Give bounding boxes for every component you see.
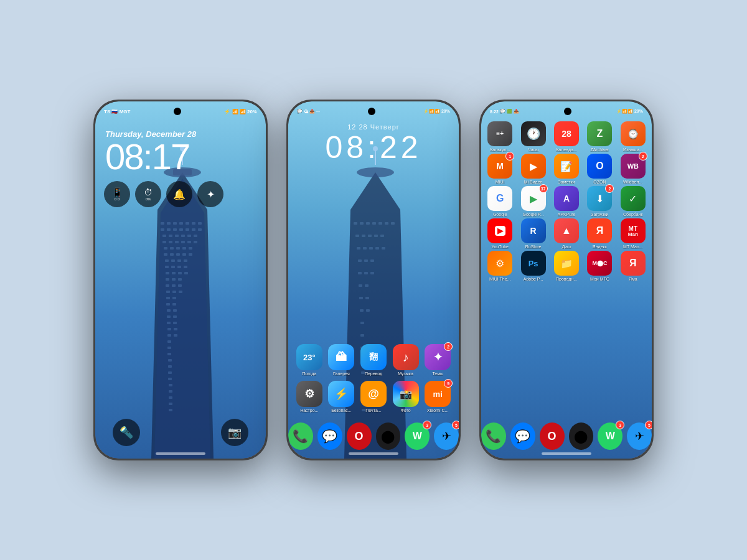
dock-whatsapp[interactable]: W 3	[405, 422, 430, 450]
svg-rect-112	[370, 272, 374, 274]
app3-rustore[interactable]: R RuStore	[517, 218, 548, 249]
dock3-opera[interactable]: O	[540, 422, 565, 450]
dock3-telegram[interactable]: ✈ 5	[627, 422, 652, 450]
dock-camera[interactable]: ⬤	[376, 422, 401, 450]
svg-rect-101	[380, 235, 384, 237]
app3-calc[interactable]: ≡+ Калькул...	[484, 121, 515, 152]
phone2-status-right: ⚡📶📶 20%	[423, 109, 450, 114]
dock-opera[interactable]: O	[347, 422, 372, 450]
phone1-statusbar: TS 🇷🇺 MGT ⚡ 📶 📶 20%	[95, 101, 266, 119]
phone2-app-row2: ⚙ Настро... ⚡ Безопас... @ Почта... 📸 Фо…	[288, 378, 459, 415]
svg-rect-110	[358, 272, 362, 274]
app3-ozon[interactable]: O OZON	[584, 154, 615, 184]
app3-downloads[interactable]: ⬇ 2 Загрузки	[584, 186, 615, 217]
dock3-camera[interactable]: ⬤	[569, 422, 594, 450]
app-weather[interactable]: 23° Погода	[294, 344, 324, 376]
phone1-status-right: ⚡ 📶 📶 20%	[224, 109, 257, 114]
dock-phone[interactable]: 📞	[288, 422, 313, 450]
svg-rect-96	[391, 222, 395, 225]
widget-timer[interactable]: ⏱ 0%	[135, 181, 161, 207]
svg-rect-117	[360, 309, 364, 312]
svg-rect-116	[365, 297, 369, 299]
app-translate[interactable]: 翻 Перевод	[359, 344, 388, 376]
app3-clock[interactable]: 🕐 Часы	[517, 121, 548, 152]
phone2-time: 08:22	[288, 131, 459, 165]
phone3-dock: 📞 💬 O ⬤ W 3 ✈ 5	[481, 422, 652, 450]
svg-rect-107	[358, 259, 362, 262]
widget-phone[interactable]: 📱 0 0	[104, 181, 130, 207]
svg-rect-95	[385, 222, 388, 225]
phone-3: 8:22💬🟩📥 ⚡📶📶 20% ≡+ Калькул... 🕐	[479, 100, 654, 460]
app3-miui[interactable]: M 1 MIUI	[484, 154, 515, 184]
phone-1: TS 🇷🇺 MGT ⚡ 📶 📶 20% Thursday, December 2…	[93, 100, 268, 460]
phone3-status-right: ⚡📶📶 20%	[616, 109, 643, 114]
app-photos[interactable]: 📸 Фото	[391, 381, 421, 413]
svg-rect-118	[366, 309, 370, 312]
app-xiaomi[interactable]: mi 9 Xiaomi C...	[423, 381, 453, 413]
app3-mivideo[interactable]: ▶ Mi Видео	[517, 154, 548, 184]
phone2-app-row1: 23° Погода 🏔 Галерея 翻 Перевод ♪ Музыка …	[288, 342, 459, 378]
camera-quick-button[interactable]: 📷	[221, 419, 248, 446]
app3-gplay[interactable]: ▶ 37 Google P...	[517, 186, 548, 217]
app3-adobe[interactable]: Ps Adobe P...	[517, 251, 548, 281]
svg-rect-93	[372, 222, 376, 225]
svg-rect-113	[359, 284, 362, 287]
phone2-statusbar: 💬🌤📥··· ⚡📶📶 20%	[288, 101, 459, 119]
dock-telegram[interactable]: ✈ 5	[434, 422, 459, 450]
app3-youtube[interactable]: ▶ YouTube	[484, 218, 515, 249]
flashlight-button[interactable]: 🔦	[113, 419, 140, 446]
home-indicator-1	[156, 452, 205, 455]
svg-rect-92	[366, 222, 370, 225]
widget-shortcut[interactable]: ✦	[197, 181, 223, 207]
app3-moi-mts[interactable]: М⬤С Мои МТС	[584, 251, 615, 281]
app3-mt[interactable]: MT Мап МТ Мап...	[618, 218, 649, 249]
svg-rect-98	[362, 235, 365, 237]
app-mail[interactable]: @ Почта...	[359, 381, 388, 413]
svg-rect-97	[355, 235, 359, 237]
dock-messages[interactable]: 💬	[317, 422, 342, 450]
app3-zarchiver[interactable]: Z ZArchiver	[584, 121, 615, 152]
punch-hole-1	[174, 108, 181, 115]
app-gallery[interactable]: 🏔 Галерея	[327, 344, 357, 376]
phone2-dock: 📞 💬 O ⬤ W 3 ✈ 5	[288, 422, 459, 450]
svg-rect-114	[365, 284, 369, 287]
svg-rect-108	[364, 259, 368, 262]
app3-apkpure[interactable]: A APKPure	[551, 186, 582, 217]
app3-notes[interactable]: 📝 Заметки	[551, 154, 582, 184]
punch-hole-2	[368, 108, 375, 115]
svg-rect-120	[360, 334, 364, 337]
svg-rect-100	[374, 235, 378, 237]
app3-yama[interactable]: Я Яма	[618, 251, 649, 281]
app-themes[interactable]: ✦ 2 Темы	[423, 344, 453, 376]
svg-rect-106	[382, 247, 385, 250]
home-indicator-2	[349, 452, 398, 455]
phone1-status-left: TS 🇷🇺 MGT	[104, 109, 130, 114]
phone3-status-left: 8:22💬🟩📥	[490, 109, 519, 114]
svg-rect-111	[364, 272, 368, 274]
svg-rect-91	[360, 222, 364, 225]
app3-miui-themes[interactable]: ⚙ MIUI The...	[484, 251, 515, 281]
dock3-phone[interactable]: 📞	[481, 422, 506, 450]
app3-yandex[interactable]: Я Яндекс	[584, 218, 615, 249]
lock-widgets: 📱 0 0 ⏱ 0% 🔔 ✦	[95, 175, 266, 213]
app-music[interactable]: ♪ Музыка	[391, 344, 421, 376]
widget-bell[interactable]: 🔔	[166, 181, 192, 207]
dock3-whatsapp[interactable]: W 3	[598, 422, 622, 450]
svg-rect-102	[357, 247, 360, 250]
app-security[interactable]: ⚡ Безопас...	[327, 381, 357, 413]
app3-wear[interactable]: ⌚ Изнаши...	[618, 121, 649, 152]
svg-marker-89	[344, 172, 406, 459]
app3-google[interactable]: G Google	[484, 186, 515, 217]
app3-sber[interactable]: ✓ Сбербанк	[618, 186, 649, 217]
svg-rect-109	[370, 259, 374, 262]
app3-wildberries[interactable]: WB 2 Wildberr...	[618, 154, 649, 184]
svg-rect-105	[375, 247, 379, 250]
phone3-app-grid: ≡+ Калькул... 🕐 Часы 28 Календа... Z ZAr…	[481, 119, 652, 284]
app-settings[interactable]: ⚙ Настро...	[294, 381, 324, 413]
app3-calendar[interactable]: 28 Календа...	[551, 121, 582, 152]
app3-disk[interactable]: ▲ Диск	[551, 218, 582, 249]
app3-provodnik[interactable]: 📁 Проводн...	[551, 251, 582, 281]
svg-rect-99	[368, 235, 372, 237]
svg-rect-103	[363, 247, 367, 250]
dock3-messages[interactable]: 💬	[510, 422, 535, 450]
